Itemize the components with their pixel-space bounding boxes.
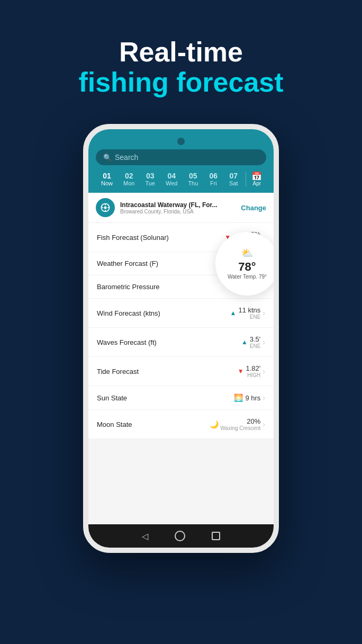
phone-notch bbox=[96, 138, 266, 145]
tide-forecast-label: Tide Forecast bbox=[97, 368, 139, 375]
waves-trend-icon: ▲ bbox=[241, 338, 248, 346]
wind-chevron-icon: › bbox=[263, 309, 265, 317]
tide-forecast-sub: HIGH bbox=[247, 372, 260, 378]
search-icon: 🔍 bbox=[103, 154, 112, 162]
waves-chevron-icon: › bbox=[263, 338, 265, 346]
android-nav-bar: ◁ bbox=[88, 524, 274, 548]
location-bar: Intracoastal Waterway (FL, For... Browar… bbox=[88, 193, 274, 223]
back-button[interactable]: ◁ bbox=[142, 531, 148, 541]
date-tab-06[interactable]: 06 Fri bbox=[203, 171, 223, 187]
phone-wrapper: 🔍 Search 01 Now 02 Mon 03 Tue bbox=[83, 124, 279, 558]
sun-state-value-area: 🌅 9 hrs › bbox=[234, 393, 265, 402]
weather-popup: ⛅ 78° Water Temp. 79° bbox=[215, 232, 274, 296]
weather-popup-temp: 78° bbox=[238, 260, 256, 274]
tide-forecast-value-area: ▼ 1.82' HIGH › bbox=[238, 364, 265, 378]
tide-trend-icon: ▼ bbox=[238, 368, 244, 375]
recents-button[interactable] bbox=[212, 532, 220, 540]
forecast-list: Fish Forecast (Solunar) ▼ 45% Minor Acti… bbox=[88, 223, 274, 524]
waves-forecast-value: 3.5' bbox=[250, 335, 261, 343]
wind-forecast-value-area: ▲ 11 ktns ENE › bbox=[230, 306, 265, 320]
phone-header: 🔍 Search 01 Now 02 Mon 03 Tue bbox=[88, 129, 274, 193]
waves-forecast-value-area: ▲ 3.5' ENE › bbox=[241, 335, 265, 349]
date-tab-01[interactable]: 01 Now bbox=[96, 171, 118, 187]
search-label: Search bbox=[115, 153, 138, 162]
weather-forecast-item[interactable]: Weather Forcast (F) Water... ⛅ 78° Water… bbox=[88, 252, 274, 275]
sun-chevron-icon: › bbox=[263, 393, 265, 402]
date-divider bbox=[246, 172, 246, 186]
date-tab-07[interactable]: 07 Sat bbox=[223, 171, 243, 187]
wind-forecast-sub: ENE bbox=[250, 314, 261, 320]
tide-chevron-icon: › bbox=[263, 367, 265, 375]
svg-point-1 bbox=[104, 207, 107, 209]
waves-forecast-label: Waves Forecast (ft) bbox=[97, 338, 157, 346]
moon-chevron-icon: › bbox=[263, 420, 265, 428]
location-icon bbox=[96, 198, 115, 217]
weather-forecast-label: Weather Forcast (F) bbox=[97, 260, 158, 267]
barometric-pressure-label: Barometric Pressure bbox=[97, 283, 159, 291]
moon-state-value: 20% bbox=[247, 417, 260, 425]
waves-forecast-sub: ENE bbox=[250, 343, 261, 349]
moon-state-item[interactable]: Moon State 🌙 20% Waxing Crescent › bbox=[88, 410, 274, 439]
calendar-month: Apr bbox=[253, 181, 261, 186]
waves-forecast-item[interactable]: Waves Forecast (ft) ▲ 3.5' ENE › bbox=[88, 328, 274, 357]
weather-popup-icon: ⛅ bbox=[241, 247, 253, 259]
date-tab-03[interactable]: 03 Tue bbox=[140, 171, 160, 187]
sun-state-item[interactable]: Sun State 🌅 9 hrs › bbox=[88, 386, 274, 410]
hero-line1: Real-time bbox=[78, 37, 283, 67]
location-sub: Browared County, Florida, USA bbox=[120, 209, 236, 214]
date-tab-02[interactable]: 02 Mon bbox=[118, 171, 140, 187]
hero-section: Real-time fishing forecast bbox=[78, 37, 283, 97]
sun-state-value: 9 hrs bbox=[245, 394, 260, 402]
moon-state-label: Moon State bbox=[97, 421, 132, 428]
wind-forecast-value: 11 ktns bbox=[238, 306, 260, 314]
sun-icon: 🌅 bbox=[234, 393, 243, 402]
calendar-tab[interactable]: 📅 Apr bbox=[248, 171, 265, 187]
wind-forecast-label: Wind Forecast (ktns) bbox=[97, 309, 160, 317]
sun-state-label: Sun State bbox=[97, 394, 127, 402]
phone-screen: 🔍 Search 01 Now 02 Mon 03 Tue bbox=[88, 129, 274, 548]
wind-trend-icon: ▲ bbox=[230, 309, 237, 317]
date-tab-04[interactable]: 04 Wed bbox=[160, 171, 183, 187]
moon-icon: 🌙 bbox=[210, 420, 219, 428]
phone-frame: 🔍 Search 01 Now 02 Mon 03 Tue bbox=[83, 124, 279, 553]
moon-state-sub: Waxing Crescent bbox=[221, 425, 261, 431]
hero-line2: fishing forecast bbox=[78, 67, 283, 97]
tide-forecast-item[interactable]: Tide Forecast ▼ 1.82' HIGH › bbox=[88, 357, 274, 386]
phone-camera bbox=[177, 138, 185, 145]
search-bar[interactable]: 🔍 Search bbox=[96, 149, 266, 165]
location-info: Intracoastal Waterway (FL, For... Browar… bbox=[120, 201, 236, 214]
date-tab-05[interactable]: 05 Thu bbox=[183, 171, 203, 187]
wind-forecast-item[interactable]: Wind Forecast (ktns) ▲ 11 ktns ENE › bbox=[88, 299, 274, 328]
change-location-button[interactable]: Change bbox=[241, 204, 266, 212]
tide-forecast-value: 1.82' bbox=[246, 364, 261, 372]
moon-state-value-area: 🌙 20% Waxing Crescent › bbox=[210, 417, 265, 431]
home-button[interactable] bbox=[175, 531, 185, 541]
location-name: Intracoastal Waterway (FL, For... bbox=[120, 201, 236, 209]
fish-forecast-label: Fish Forecast (Solunar) bbox=[97, 234, 169, 241]
weather-popup-sub: Water Temp. 79° bbox=[228, 274, 267, 280]
date-tabs: 01 Now 02 Mon 03 Tue 04 Wed bbox=[96, 171, 266, 187]
